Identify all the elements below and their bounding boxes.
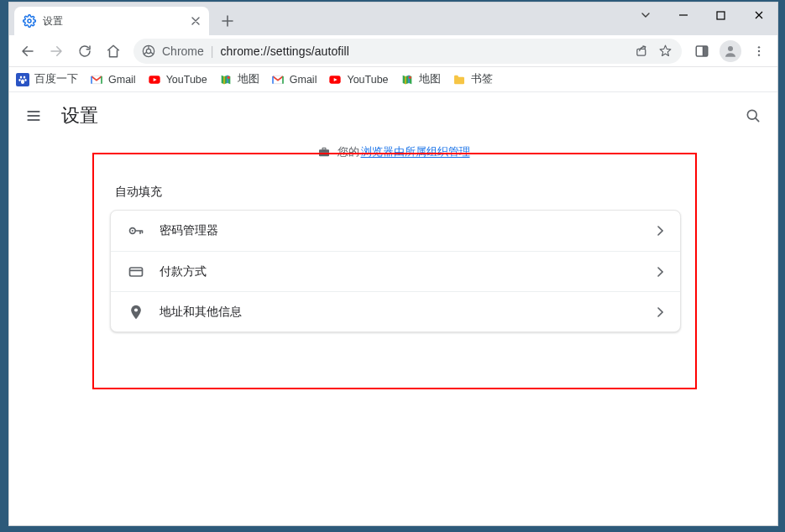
omnibox-prefix: Chrome bbox=[162, 44, 204, 58]
bookmark-star-icon[interactable] bbox=[657, 43, 673, 60]
youtube-icon bbox=[328, 73, 342, 86]
svg-point-10 bbox=[758, 54, 760, 55]
svg-rect-23 bbox=[322, 148, 326, 149]
bookmark-label: 地图 bbox=[238, 72, 259, 86]
autofill-card: 密码管理器 付款方式 地址和其他信息 bbox=[110, 210, 681, 332]
managed-text-prefix: 您的 bbox=[338, 144, 359, 159]
omnibox[interactable]: Chrome | chrome://settings/autofill bbox=[133, 39, 682, 64]
managed-link[interactable]: 浏览器由所属组织管理 bbox=[361, 144, 470, 159]
svg-point-8 bbox=[758, 46, 760, 48]
gear-icon bbox=[23, 14, 36, 28]
svg-point-28 bbox=[134, 308, 138, 311]
bookmark-label: 地图 bbox=[419, 72, 441, 86]
svg-point-3 bbox=[146, 49, 150, 53]
back-button[interactable] bbox=[14, 38, 41, 65]
bookmark-label: 书签 bbox=[471, 72, 493, 86]
search-button[interactable] bbox=[744, 107, 762, 125]
maximize-button[interactable] bbox=[702, 3, 740, 28]
svg-rect-4 bbox=[636, 49, 645, 55]
credit-card-icon bbox=[128, 263, 144, 280]
bookmark-label: Gmail bbox=[290, 74, 317, 86]
location-icon bbox=[128, 304, 144, 321]
overflow-menu-button[interactable] bbox=[746, 38, 772, 65]
omnibox-divider: | bbox=[211, 44, 214, 58]
svg-rect-6 bbox=[704, 46, 708, 56]
bookmark-item-youtube-2[interactable]: YouTube bbox=[328, 73, 388, 86]
omnibox-url: chrome://settings/autofill bbox=[220, 44, 349, 58]
menu-button[interactable] bbox=[24, 107, 43, 125]
tab-search-button[interactable] bbox=[626, 3, 664, 28]
row-label: 地址和其他信息 bbox=[160, 305, 242, 320]
bookmark-label: YouTube bbox=[166, 74, 207, 86]
svg-point-13 bbox=[18, 79, 20, 81]
browser-tab[interactable]: 设置 bbox=[14, 7, 209, 35]
baidu-icon bbox=[16, 73, 29, 86]
bookmark-item-maps[interactable]: 地图 bbox=[219, 72, 259, 86]
tab-title: 设置 bbox=[43, 14, 182, 29]
minimize-button[interactable] bbox=[664, 3, 702, 28]
bookmark-item-youtube[interactable]: YouTube bbox=[148, 73, 207, 86]
reload-button[interactable] bbox=[71, 38, 98, 65]
svg-point-9 bbox=[758, 50, 760, 51]
bookmark-label: Gmail bbox=[108, 74, 136, 86]
svg-point-12 bbox=[24, 76, 26, 78]
chevron-right-icon bbox=[657, 267, 663, 277]
page-title: 设置 bbox=[61, 103, 98, 128]
row-payment-methods[interactable]: 付款方式 bbox=[111, 251, 680, 291]
folder-icon bbox=[453, 73, 466, 86]
svg-rect-1 bbox=[717, 12, 725, 19]
row-label: 密码管理器 bbox=[160, 223, 218, 238]
tab-strip: 设置 bbox=[9, 3, 777, 35]
bookmark-item-gmail[interactable]: Gmail bbox=[90, 73, 136, 86]
gmail-icon bbox=[90, 73, 103, 86]
chrome-logo-icon bbox=[142, 44, 155, 58]
avatar-icon bbox=[720, 40, 741, 62]
row-password-manager[interactable]: 密码管理器 bbox=[111, 211, 680, 251]
profile-button[interactable] bbox=[717, 38, 744, 65]
svg-point-11 bbox=[20, 76, 23, 78]
side-panel-button[interactable] bbox=[688, 38, 715, 65]
close-tab-button[interactable] bbox=[189, 14, 202, 28]
svg-point-20 bbox=[408, 76, 411, 78]
new-tab-button[interactable] bbox=[216, 9, 239, 33]
svg-rect-27 bbox=[130, 268, 143, 276]
svg-point-0 bbox=[28, 19, 31, 23]
close-window-button[interactable] bbox=[740, 3, 777, 28]
settings-page: 设置 您的浏览器由所属组织管理 自动填充 密码管理器 bbox=[9, 92, 777, 525]
bookmark-item-maps-2[interactable]: 地图 bbox=[400, 72, 441, 86]
row-label: 付款方式 bbox=[160, 264, 207, 279]
svg-rect-24 bbox=[319, 153, 329, 154]
youtube-icon bbox=[148, 73, 161, 86]
bookmark-label: YouTube bbox=[347, 74, 388, 86]
row-addresses[interactable]: 地址和其他信息 bbox=[111, 291, 680, 331]
maps-icon bbox=[219, 73, 233, 86]
svg-point-26 bbox=[132, 230, 133, 232]
bookmark-item-folder[interactable]: 书签 bbox=[453, 72, 493, 86]
svg-point-14 bbox=[24, 79, 26, 81]
browser-window: 设置 bbox=[8, 2, 778, 526]
managed-notice: 您的浏览器由所属组织管理 bbox=[9, 139, 777, 164]
bookmark-item-baidu[interactable]: 百度一下 bbox=[16, 72, 78, 86]
svg-point-17 bbox=[227, 76, 229, 78]
maps-icon bbox=[400, 73, 414, 86]
svg-point-7 bbox=[728, 46, 733, 51]
window-controls bbox=[626, 3, 777, 28]
home-button[interactable] bbox=[100, 38, 127, 65]
section-title-autofill: 自动填充 bbox=[115, 185, 777, 200]
briefcase-icon bbox=[317, 145, 331, 159]
bookmark-item-gmail-2[interactable]: Gmail bbox=[271, 73, 317, 86]
share-icon[interactable] bbox=[633, 43, 650, 60]
gmail-icon bbox=[271, 73, 285, 86]
settings-header: 设置 bbox=[9, 92, 777, 139]
key-icon bbox=[128, 222, 144, 239]
bookmark-label: 百度一下 bbox=[34, 72, 78, 86]
chevron-right-icon bbox=[657, 307, 663, 317]
forward-button[interactable] bbox=[43, 38, 70, 65]
chevron-right-icon bbox=[657, 226, 663, 236]
bookmarks-bar: 百度一下 Gmail YouTube 地图 Gmail bbox=[9, 67, 777, 92]
toolbar: Chrome | chrome://settings/autofill bbox=[9, 35, 777, 67]
